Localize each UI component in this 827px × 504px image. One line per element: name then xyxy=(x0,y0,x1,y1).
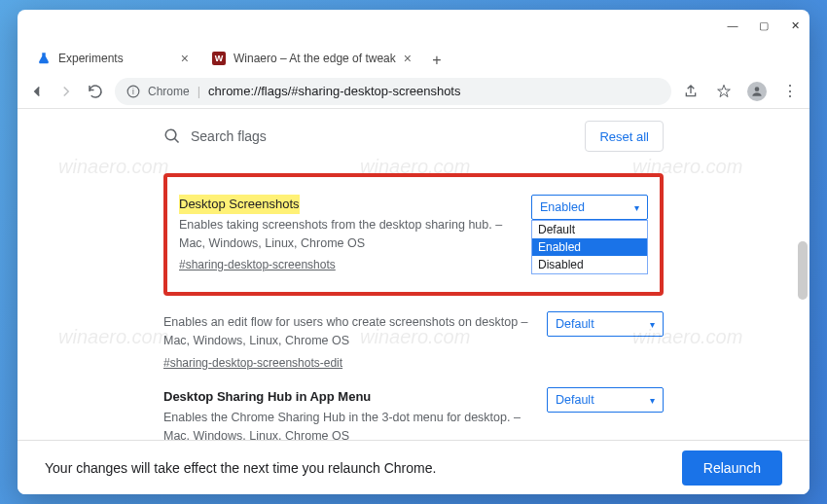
forward-button[interactable] xyxy=(56,82,76,101)
dropdown-option[interactable]: Disabled xyxy=(532,256,647,273)
flag-item: Desktop Screenshots Enables taking scree… xyxy=(179,187,648,282)
flag-dropdown[interactable]: Enabled▾ xyxy=(531,195,648,220)
address-bar[interactable]: i Chrome | chrome://flags/#sharing-deskt… xyxy=(115,78,671,105)
info-icon: i xyxy=(126,85,140,98)
reset-all-button[interactable]: Reset all xyxy=(585,121,664,152)
menu-icon[interactable]: ⋮ xyxy=(780,82,800,101)
flag-title: Desktop Sharing Hub in App Menu xyxy=(163,387,371,407)
omnibox-chip: Chrome xyxy=(148,85,190,98)
flag-dropdown[interactable]: Default▾ xyxy=(547,311,664,337)
chevron-down-icon: ▾ xyxy=(634,202,639,213)
back-button[interactable] xyxy=(27,82,47,101)
flag-anchor-link[interactable]: #sharing-desktop-screenshots xyxy=(179,256,336,273)
bookmark-icon[interactable] xyxy=(714,82,734,101)
flag-item: Enables an edit flow for users who creat… xyxy=(163,304,664,379)
flag-title: Desktop Screenshots xyxy=(179,195,300,214)
browser-window: — ▢ ✕ Experiments × W Winaero – At the e… xyxy=(18,10,809,494)
tab-close-icon[interactable]: × xyxy=(181,51,189,66)
flag-description: Enables the Chrome Sharing Hub in the 3-… xyxy=(163,409,531,440)
scrollbar-thumb[interactable] xyxy=(798,241,808,300)
chevron-down-icon: ▾ xyxy=(650,319,655,330)
reload-button[interactable] xyxy=(86,82,105,101)
new-tab-button[interactable]: + xyxy=(423,47,450,74)
window-titlebar: — ▢ ✕ xyxy=(18,10,809,41)
highlighted-flag-group: Desktop Screenshots Enables taking scree… xyxy=(163,173,664,296)
dropdown-options: Default Enabled Disabled xyxy=(531,220,648,274)
notice-text: Your changes will take effect the next t… xyxy=(45,460,436,476)
page-content: Search flags Reset all Desktop Screensho… xyxy=(18,109,809,494)
flag-description: Enables an edit flow for users who creat… xyxy=(163,313,531,350)
tab-experiments[interactable]: Experiments × xyxy=(25,43,200,74)
share-icon[interactable] xyxy=(681,82,701,101)
search-flags-input[interactable]: Search flags xyxy=(163,119,573,154)
svg-point-2 xyxy=(755,87,760,91)
dropdown-option[interactable]: Enabled xyxy=(532,238,647,256)
search-placeholder: Search flags xyxy=(191,128,267,144)
omnibox-url: chrome://flags/#sharing-desktop-screensh… xyxy=(208,84,460,98)
tab-title: Winaero – At the edge of tweak xyxy=(234,52,396,65)
tab-title: Experiments xyxy=(58,52,124,65)
window-minimize-button[interactable]: — xyxy=(726,18,739,32)
flag-description: Enables taking screenshots from the desk… xyxy=(179,216,516,253)
flag-anchor-link[interactable]: #sharing-desktop-screenshots-edit xyxy=(163,354,342,372)
tab-winaero[interactable]: W Winaero – At the edge of tweak × xyxy=(200,43,423,74)
site-favicon: W xyxy=(212,52,226,65)
flag-dropdown[interactable]: Default▾ xyxy=(547,387,664,413)
chevron-down-icon: ▾ xyxy=(650,395,655,406)
relaunch-notice-bar: Your changes will take effect the next t… xyxy=(18,440,809,494)
dropdown-option[interactable]: Default xyxy=(532,221,647,238)
svg-text:i: i xyxy=(132,87,134,95)
tab-close-icon[interactable]: × xyxy=(404,51,412,66)
flask-icon xyxy=(37,52,51,65)
window-maximize-button[interactable]: ▢ xyxy=(757,18,771,32)
browser-toolbar: i Chrome | chrome://flags/#sharing-deskt… xyxy=(18,74,809,109)
relaunch-button[interactable]: Relaunch xyxy=(682,450,782,486)
profile-avatar[interactable] xyxy=(747,82,767,101)
search-icon xyxy=(163,127,181,145)
window-close-button[interactable]: ✕ xyxy=(788,18,802,32)
tab-strip: Experiments × W Winaero – At the edge of… xyxy=(18,41,809,74)
flag-item: Desktop Sharing Hub in App Menu Enables … xyxy=(163,379,664,440)
